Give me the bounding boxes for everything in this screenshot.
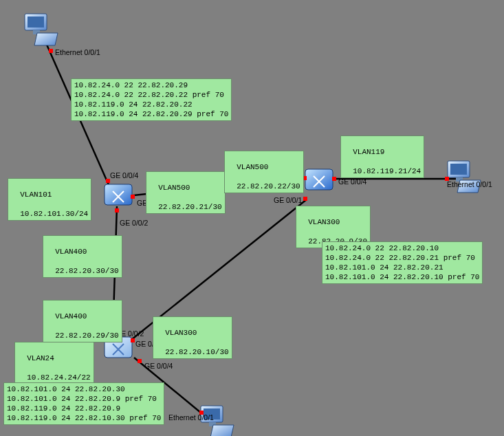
port-dot bbox=[49, 49, 53, 53]
vlan-addr: 22.82.20.29/30 bbox=[55, 331, 118, 340]
port-label: GE 0/0/4 bbox=[110, 171, 138, 179]
svg-rect-7 bbox=[28, 17, 44, 28]
route-table: 10.82.101.0 24 22.82.20.30 10.82.101.0 2… bbox=[3, 382, 164, 425]
vlan-addr: 10.82.119.21/24 bbox=[353, 167, 421, 175]
svg-rect-13 bbox=[305, 169, 333, 190]
vlan-name: VLAN500 bbox=[237, 163, 268, 171]
vlan-addr: 22.82.20.30/30 bbox=[55, 267, 118, 275]
port-label: Ethernet 0/0/1 bbox=[55, 48, 100, 56]
svg-rect-9 bbox=[450, 164, 467, 175]
vlan-name: VLAN500 bbox=[158, 184, 190, 192]
vlan-name: VLAN119 bbox=[353, 148, 384, 156]
vlan-addr: 10.82.101.30/24 bbox=[20, 210, 88, 218]
port-label: Ethernet 0/0/1 bbox=[168, 413, 214, 422]
vlan-label: VLAN24 10.82.24.24/22 bbox=[14, 342, 94, 384]
vlan-label: VLAN500 22.82.20.21/30 bbox=[146, 171, 226, 214]
switch-icon bbox=[303, 162, 336, 195]
svg-rect-12 bbox=[105, 184, 132, 205]
vlan-name: VLAN300 bbox=[165, 329, 197, 337]
vlan-addr: 22.82.20.10/30 bbox=[165, 348, 228, 356]
vlan-addr: 22.82.20.22/30 bbox=[237, 182, 300, 190]
vlan-label: VLAN101 10.82.101.30/24 bbox=[8, 178, 91, 221]
port-dot bbox=[138, 359, 142, 363]
vlan-name: VLAN24 bbox=[27, 354, 54, 362]
vlan-label: VLAN300 22.82.20.10/30 bbox=[153, 316, 232, 359]
vlan-addr: 22.82.20.21/30 bbox=[158, 203, 221, 211]
pc-icon bbox=[23, 12, 61, 48]
vlan-label: VLAN400 22.82.20.29/30 bbox=[43, 300, 122, 342]
vlan-addr: 10.82.24.24/22 bbox=[27, 373, 90, 382]
vlan-name: VLAN101 bbox=[20, 190, 52, 199]
pc-icon bbox=[446, 160, 483, 195]
route-table: 10.82.24.0 22 22.82.20.10 10.82.24.0 22 … bbox=[322, 241, 483, 284]
vlan-name: VLAN300 bbox=[308, 218, 340, 226]
port-label: GE 0/0/4 bbox=[144, 362, 173, 370]
port-label: GE 0/0/1 bbox=[274, 196, 302, 204]
port-dot bbox=[131, 338, 135, 342]
vlan-label: VLAN500 22.82.20.22/30 bbox=[224, 151, 304, 193]
vlan-label: VLAN400 22.82.20.30/30 bbox=[43, 235, 122, 278]
port-label: Ethernet 0/0/1 bbox=[447, 180, 492, 188]
vlan-name: VLAN400 bbox=[55, 248, 87, 256]
port-dot bbox=[303, 197, 307, 201]
port-dot bbox=[131, 195, 135, 199]
port-dot bbox=[115, 208, 119, 212]
vlan-label: VLAN119 10.82.119.21/24 bbox=[340, 135, 424, 178]
port-dot bbox=[332, 177, 336, 181]
vlan-name: VLAN400 bbox=[55, 312, 87, 320]
port-label: GE 0/0/4 bbox=[338, 177, 366, 186]
route-table: 10.82.24.0 22 22.82.20.29 10.82.24.0 22 … bbox=[71, 78, 232, 121]
port-label: GE 0/0/2 bbox=[120, 219, 148, 227]
